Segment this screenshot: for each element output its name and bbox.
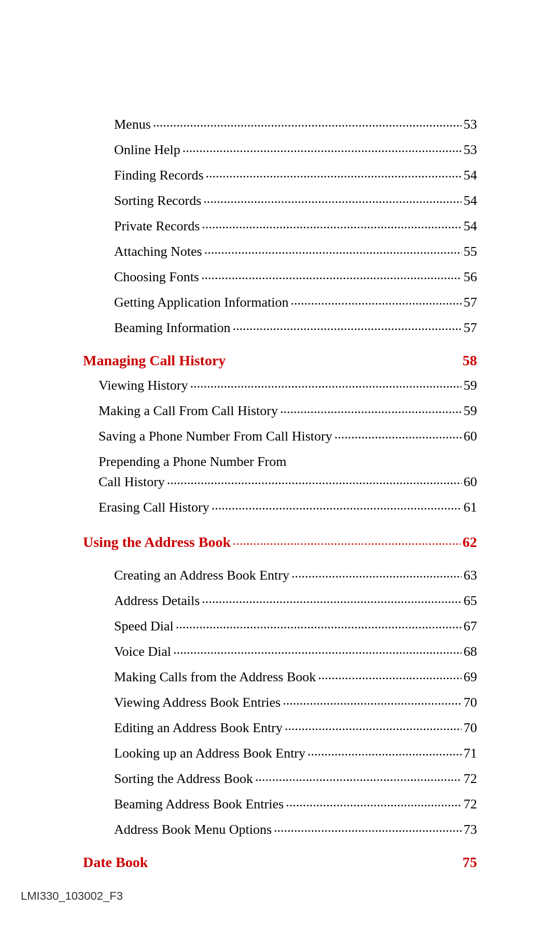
section-title: Managing Call History: [83, 352, 226, 369]
list-item: Saving a Phone Number From Call History …: [83, 426, 477, 446]
dot-leader: [173, 639, 461, 660]
list-item: Making Calls from the Address Book 69: [83, 667, 477, 687]
section-address-book: Using the Address Book 62: [83, 534, 477, 551]
list-item: Editing an Address Book Entry 70: [83, 718, 477, 738]
dot-leader: [233, 533, 460, 548]
page-number: 70: [464, 692, 477, 712]
dot-leader: [286, 792, 461, 812]
page-number: 71: [464, 743, 477, 763]
dot-leader: [334, 424, 461, 444]
dot-leader: [255, 766, 461, 787]
dot-leader: [291, 290, 462, 310]
list-item: Viewing Address Book Entries 70: [83, 692, 477, 712]
page-number: 67: [464, 616, 477, 636]
dot-leader: [190, 373, 461, 393]
page-number: 55: [464, 241, 477, 262]
entry-label: Sorting the Address Book: [114, 768, 253, 789]
list-item: Speed Dial 67: [83, 616, 477, 636]
page-number: 53: [464, 114, 477, 134]
dot-leader: [212, 495, 461, 515]
page-number: 72: [464, 794, 477, 814]
page-number: 70: [464, 718, 477, 738]
list-item: Viewing History 59: [83, 375, 477, 395]
list-item: Choosing Fonts 56: [83, 267, 477, 287]
page-number: 54: [464, 216, 477, 236]
entry-label: Erasing Call History: [99, 497, 209, 517]
page-number: 54: [464, 190, 477, 211]
dot-leader: [167, 470, 461, 490]
dot-leader: [203, 188, 461, 209]
dot-leader: [206, 163, 461, 183]
dot-leader: [153, 112, 461, 132]
list-item: Making a Call From Call History 59: [83, 401, 477, 421]
list-item: Finding Records 54: [83, 165, 477, 185]
entry-label: Creating an Address Book Entry: [114, 565, 289, 585]
entry-label: Speed Dial: [114, 616, 174, 636]
page-number: 56: [464, 267, 477, 287]
entry-label: Viewing History: [99, 375, 188, 395]
page-number: 65: [464, 590, 477, 611]
entry-label: Online Help: [114, 140, 180, 160]
dot-leader: [183, 138, 461, 158]
dot-leader: [285, 716, 461, 736]
page-number: 63: [464, 565, 477, 585]
page-number: 61: [464, 497, 477, 517]
entry-label: Choosing Fonts: [114, 267, 199, 287]
dot-leader: [318, 665, 461, 685]
entry-label: Looking up an Address Book Entry: [114, 743, 305, 763]
entry-label-line1: Prepending a Phone Number From: [99, 451, 477, 472]
list-item: Address Book Menu Options 73: [83, 819, 477, 840]
list-item: Sorting the Address Book 72: [83, 768, 477, 789]
list-item: Online Help 53: [83, 140, 477, 160]
page-number: 57: [464, 318, 477, 338]
entry-label: Saving a Phone Number From Call History: [99, 426, 332, 446]
top-entries: Menus 53 Online Help 53 Finding Records …: [83, 114, 477, 338]
list-item: Sorting Records 54: [83, 190, 477, 211]
dot-leader: [291, 563, 461, 583]
entry-label: Getting Application Information: [114, 292, 289, 312]
list-item: Address Details 65: [83, 590, 477, 611]
section-title: Date Book: [83, 854, 148, 871]
entry-label: Voice Dial: [114, 641, 171, 662]
entry-label: Address Book Menu Options: [114, 819, 272, 840]
entry-label: Making a Call From Call History: [99, 401, 278, 421]
list-item-multiline: Prepending a Phone Number From Call Hist…: [83, 451, 477, 492]
list-item: Looking up an Address Book Entry 71: [83, 743, 477, 763]
page-number: 69: [464, 667, 477, 687]
section-page-number: 58: [463, 352, 477, 369]
dot-leader: [233, 315, 461, 336]
section-title: Using the Address Book: [83, 534, 231, 551]
page-number: 53: [464, 140, 477, 160]
dot-leader: [201, 265, 461, 285]
entry-label: Viewing Address Book Entries: [114, 692, 281, 712]
address-book-entries: Creating an Address Book Entry 63 Addres…: [83, 565, 477, 840]
managing-entries: Viewing History 59 Making a Call From Ca…: [83, 375, 477, 517]
section-date-book: Date Book 75: [83, 854, 477, 871]
entry-label: Menus: [114, 114, 151, 134]
list-item: Voice Dial 68: [83, 641, 477, 662]
dot-leader: [176, 614, 461, 634]
entry-label: Beaming Information: [114, 318, 231, 338]
dot-leader: [204, 239, 461, 259]
dot-leader: [283, 690, 461, 710]
entry-label-line2: Call History: [99, 472, 165, 492]
section-page-number: 62: [463, 534, 477, 551]
page-number: 54: [464, 165, 477, 185]
page-number: 59: [464, 375, 477, 395]
entry-label: Finding Records: [114, 165, 204, 185]
footer: LMI330_103002_F3: [21, 889, 123, 903]
entry-label: Making Calls from the Address Book: [114, 667, 316, 687]
dot-leader: [280, 399, 461, 419]
dot-leader: [274, 817, 461, 837]
dot-leader: [307, 741, 461, 761]
list-item: Erasing Call History 61: [83, 497, 477, 517]
list-item: Menus 53: [83, 114, 477, 134]
page-number: 60: [464, 472, 477, 492]
list-item: Beaming Information 57: [83, 318, 477, 338]
page-number: 68: [464, 641, 477, 662]
entry-label: Private Records: [114, 216, 200, 236]
dot-leader: [202, 214, 461, 234]
entry-label: Sorting Records: [114, 190, 201, 211]
page-number: 73: [464, 819, 477, 840]
section-page-number: 75: [463, 854, 477, 871]
